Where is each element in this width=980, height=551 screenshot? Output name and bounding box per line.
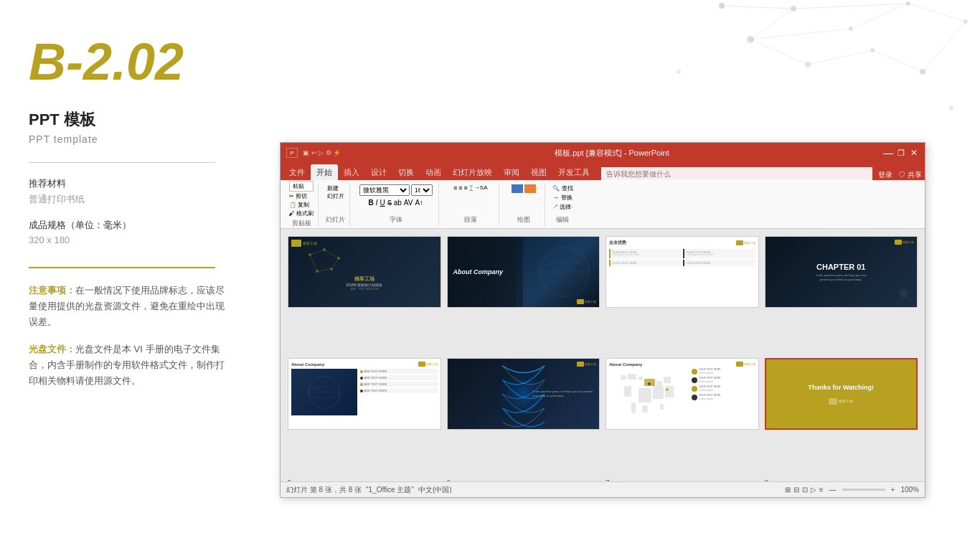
tab-home[interactable]: 开始	[311, 164, 338, 180]
ribbon-search[interactable]	[601, 167, 872, 180]
logo-box	[577, 299, 584, 304]
copy-button[interactable]: 📋 复制	[289, 201, 309, 209]
text-direction-button[interactable]: ⌶	[469, 184, 473, 192]
tab-file[interactable]: 文件	[283, 164, 311, 180]
select-button[interactable]: ↗ 选择·	[552, 203, 573, 211]
slide-7-content: About Company 稿客工场	[606, 359, 758, 429]
view-normal-button[interactable]: ⊞	[785, 486, 791, 494]
view-slide-sorter-button[interactable]: ⊟	[793, 486, 799, 494]
minimize-button[interactable]: —	[883, 148, 893, 158]
tab-developer[interactable]: 开发工具	[552, 164, 595, 180]
text-shadow-button[interactable]: ab	[394, 199, 402, 207]
tab-transitions[interactable]: 切换	[392, 164, 420, 180]
item2-text: ADD TEXT HERE	[364, 376, 387, 380]
convert-smartart-button[interactable]: →SA	[474, 184, 488, 192]
slide-thumb-7[interactable]: About Company 稿客工场	[606, 358, 759, 430]
slide-thumb-4[interactable]: 稿客工场 CHAPTER 01 In the past few years, w…	[765, 236, 918, 308]
slide-1-content: 稿客工场	[288, 237, 440, 307]
material-section: 推荐材料 普通打印书纸	[29, 177, 230, 206]
replace-button[interactable]: ↔ 替换	[553, 194, 572, 202]
network-background	[406, 0, 980, 143]
align-left-button[interactable]: ≡	[453, 184, 457, 192]
underline-button[interactable]: U	[380, 199, 385, 207]
globe-svg5	[291, 369, 357, 415]
notes-button[interactable]: ≡	[819, 486, 824, 494]
slide6-desc: In the past few years, we hope you can p…	[532, 390, 593, 397]
bold-button[interactable]: B	[368, 199, 373, 207]
restore-button[interactable]: ❐	[896, 148, 906, 158]
new-slide-button[interactable]: 新建幻灯片	[327, 184, 344, 200]
svg-line-30	[317, 269, 331, 271]
slide-2-content: About Company 稿客工场	[448, 237, 600, 307]
svg-point-53	[648, 382, 651, 385]
hand-svg	[895, 283, 910, 301]
slide-number-5: 5	[288, 479, 292, 481]
slide7-body: YOUR TEXT HERELorem ipsum YOUR TEXT HERE…	[609, 368, 755, 418]
window-title: 模板.ppt [兼容模式] - PowerPoint	[341, 148, 883, 159]
slide2-bg	[516, 237, 599, 307]
paragraph-label: 段落	[464, 215, 477, 225]
svg-rect-41	[639, 377, 643, 380]
slide-thumb-5[interactable]: About Company 稿客工场	[288, 358, 441, 430]
svg-rect-47	[653, 386, 664, 399]
svg-rect-51	[660, 404, 664, 410]
strikethrough-button[interactable]: S̶	[387, 199, 392, 207]
share-button[interactable]: ♡ 共享	[898, 170, 922, 180]
slide-thumb-3[interactable]: 企业优势 稿客工场 YOUR TEXT HERE Lorem ipsum tex…	[606, 236, 759, 308]
zoom-in-button[interactable]: +	[891, 486, 895, 494]
note1-text: 注意事项：在一般情况下使用品牌标志，应该尽量使用提供的光盘资源文件，避免在重绘中…	[29, 283, 230, 330]
slide5-item2: ADD TEXT HERE	[359, 375, 438, 380]
char-spacing-button[interactable]: AV	[404, 199, 413, 207]
paste-button[interactable]: 粘贴	[289, 181, 314, 192]
cut-button[interactable]: ✂ 剪切	[289, 192, 307, 200]
slide-number-6: 6	[447, 479, 451, 481]
zoom-slider[interactable]	[842, 489, 885, 491]
slide6-text-area: In the past few years, we hope you can p…	[532, 390, 593, 397]
font-size-select[interactable]: 16	[411, 184, 433, 196]
close-button[interactable]: ✕	[909, 148, 919, 158]
ppt-window: P ▣ ↩ ▷ ⚙ ⚡ 模板.ppt [兼容模式] - PowerPoint —…	[280, 142, 925, 498]
ribbon-group-slides: 新建幻灯片 幻灯片	[321, 183, 350, 226]
tab-animations[interactable]: 动画	[420, 164, 447, 180]
login-button[interactable]: 登录	[878, 170, 892, 180]
align-center-button[interactable]: ≡	[458, 184, 462, 192]
svg-line-21	[908, 4, 966, 22]
tab-design[interactable]: 设计	[365, 164, 392, 180]
slide2-logo: 稿客工场	[577, 299, 596, 304]
tab-view[interactable]: 视图	[525, 164, 552, 180]
slide-thumb-8[interactable]: Thanks for Watching! 稿客工场	[765, 358, 918, 430]
slide3-row1: YOUR TEXT HERE Lorem ipsum text here sma…	[609, 249, 755, 258]
slide-thumb-1[interactable]: 稿客工场	[288, 236, 441, 308]
slide4-logo: 稿客工场	[895, 240, 914, 245]
shape-button[interactable]	[512, 184, 523, 193]
italic-button[interactable]: I	[376, 199, 378, 207]
find-button[interactable]: 🔍 查找	[552, 184, 573, 192]
svg-line-18	[808, 50, 872, 65]
slideshow-button[interactable]: ▷	[811, 486, 816, 494]
align-right-button[interactable]: ≡	[464, 184, 468, 192]
font-label: 字体	[390, 215, 402, 225]
tab-review[interactable]: 审阅	[498, 164, 525, 180]
font-family-select[interactable]: 微软雅黑	[359, 184, 410, 196]
svg-rect-49	[631, 402, 636, 413]
slide-thumb-2[interactable]: About Company 稿客工场	[447, 236, 600, 308]
slide4-chapter: CHAPTER 01	[816, 263, 866, 271]
world-map-svg	[609, 368, 689, 418]
shape-button2[interactable]	[524, 184, 536, 193]
view-reading-button[interactable]: ⊡	[802, 486, 808, 494]
tab-insert[interactable]: 插入	[338, 164, 365, 180]
svg-rect-46	[639, 388, 651, 402]
logo-box6	[577, 362, 584, 367]
slide4-decoration	[895, 283, 910, 301]
window-controls[interactable]: — ❐ ✕	[883, 148, 919, 158]
tab-slideshow[interactable]: 幻灯片放映	[447, 164, 498, 180]
slide7-item4: YOUR TEXT HERELorem ipsum	[692, 394, 755, 400]
status-right: ⊞ ⊟ ⊡ ▷ ≡ — + 100%	[785, 486, 919, 494]
slide3-content: YOUR TEXT HERE Lorem ipsum text here sma…	[609, 249, 755, 266]
font-size-inc[interactable]: A↑	[415, 199, 423, 207]
svg-point-10	[949, 105, 953, 110]
slide-thumb-6[interactable]: 稿客工场	[447, 358, 600, 430]
zoom-out-button[interactable]: —	[829, 486, 837, 494]
editing-label: 编辑	[556, 215, 569, 225]
format-painter-button[interactable]: 🖌 格式刷	[289, 209, 314, 217]
